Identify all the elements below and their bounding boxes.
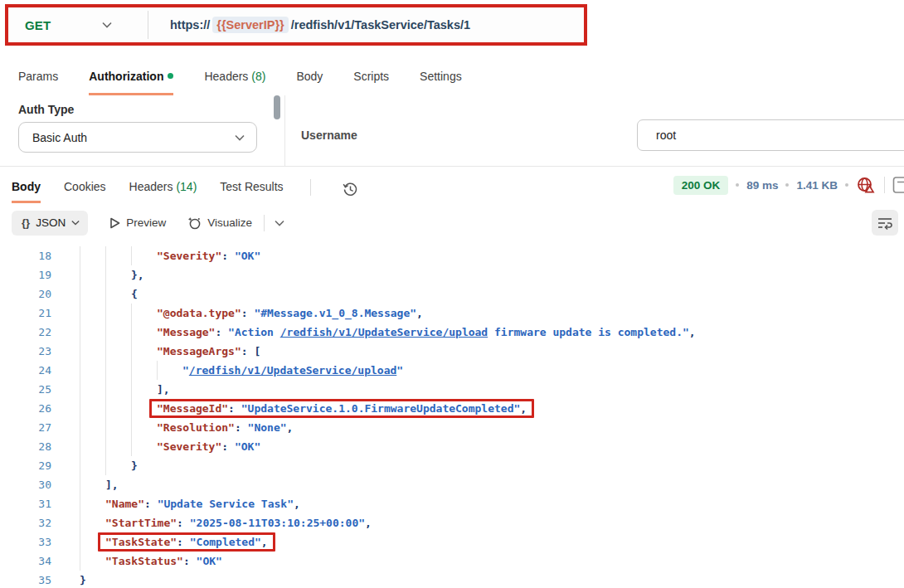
- json-key: "Name": [105, 498, 144, 510]
- meta-dot: [785, 183, 789, 187]
- tab-count: (8): [248, 70, 265, 83]
- json-punctuation: },: [131, 269, 144, 281]
- history-icon[interactable]: [343, 182, 358, 197]
- tab-settings[interactable]: Settings: [420, 70, 462, 95]
- visualize-icon: [187, 216, 202, 230]
- json-link[interactable]: /redfish/v1/UpdateService/upload: [189, 364, 396, 377]
- indent-guide: [131, 246, 132, 265]
- tab-params[interactable]: Params: [18, 70, 58, 95]
- indent-guide: [80, 246, 80, 265]
- tabs-divider: [310, 179, 311, 196]
- response-tab-body[interactable]: Body: [12, 180, 41, 203]
- code-text: "TaskStatus": "OK": [105, 552, 222, 571]
- indent-guide: [105, 284, 106, 304]
- indent-guide: [80, 494, 80, 513]
- indent-guide: [131, 418, 132, 437]
- indent-guide: [80, 532, 80, 552]
- visualize-button[interactable]: Visualize: [187, 216, 252, 230]
- code-line-22: 22"Message": "Action /redfish/v1/UpdateS…: [0, 323, 904, 342]
- json-string: "2025-08-11T03:10:25+00:00": [190, 517, 365, 529]
- code-line-30: 30],: [0, 475, 904, 494]
- url-input[interactable]: https://{{ServerIP}}/redfish/v1/TaskServ…: [148, 18, 470, 32]
- json-string: "#Message.v1_0_8.Message": [254, 307, 416, 319]
- code-text: "TaskState": "Completed",: [105, 532, 275, 552]
- json-link[interactable]: /redfish/v1/UpdateService/upload: [280, 326, 488, 338]
- json-punctuation: ],: [157, 383, 170, 396]
- json-key: "MessageArgs": [157, 345, 241, 357]
- tab-scripts[interactable]: Scripts: [353, 70, 389, 95]
- json-punctuation: :: [228, 402, 241, 415]
- json-string: "OK": [235, 250, 260, 262]
- json-string: "None": [248, 421, 287, 434]
- indent-guide: [131, 437, 132, 456]
- status-badge[interactable]: 200 OK: [673, 176, 729, 195]
- chevron-down-icon[interactable]: [275, 220, 284, 226]
- indent-guide: [157, 361, 158, 380]
- indent-guide: [105, 246, 106, 265]
- response-tab-cookies[interactable]: Cookies: [64, 180, 106, 203]
- json-string: "UpdateService.1.0.FirmwareUpdateComplet…: [241, 402, 521, 415]
- indent-guide: [105, 265, 106, 284]
- chevron-down-icon: [235, 134, 245, 141]
- json-punctuation: :: [221, 440, 235, 453]
- indent-guide: [105, 323, 106, 342]
- viewer-toolbar: {} JSON Preview Visualize: [0, 203, 904, 242]
- indent-guide: [131, 304, 132, 323]
- tab-body[interactable]: Body: [296, 70, 323, 95]
- indent-guide: [105, 437, 106, 456]
- tab-authorization[interactable]: Authorization: [89, 70, 173, 95]
- preview-button[interactable]: Preview: [109, 216, 166, 229]
- line-number: 27: [0, 418, 51, 437]
- save-response-icon[interactable]: [892, 175, 904, 195]
- code-text: }: [131, 456, 138, 475]
- indent-guide: [80, 323, 80, 342]
- response-time[interactable]: 89 ms: [746, 179, 778, 192]
- indent-guide: [105, 418, 106, 437]
- json-string: "Action: [228, 326, 280, 338]
- url-scheme: https://: [170, 18, 210, 32]
- indent-guide: [105, 456, 106, 475]
- indent-guide: [80, 437, 80, 456]
- scrollbar-thumb[interactable]: [274, 95, 280, 119]
- json-punctuation: :: [215, 326, 228, 338]
- indent-guide: [105, 304, 106, 323]
- json-key: "TaskState": [105, 536, 177, 548]
- indent-guide: [80, 418, 80, 437]
- indent-guide: [80, 284, 80, 304]
- format-value: JSON: [36, 216, 66, 229]
- json-punctuation: {: [131, 288, 138, 300]
- code-text: ],: [105, 475, 119, 494]
- url-variable-chip[interactable]: {{ServerIP}}: [212, 17, 288, 33]
- method-selector[interactable]: GET: [8, 18, 148, 32]
- indent-guide: [131, 380, 132, 399]
- line-number: 25: [0, 380, 51, 399]
- username-input[interactable]: root: [637, 119, 904, 151]
- response-tab-headers[interactable]: Headers (14): [129, 180, 197, 203]
- code-line-33: 33"TaskState": "Completed",: [0, 532, 904, 552]
- response-size[interactable]: 1.41 KB: [796, 179, 838, 192]
- code-text: "Message": "Action /redfish/v1/UpdateSer…: [157, 323, 696, 342]
- json-string: firmware update is completed.": [488, 326, 689, 338]
- ssl-warning-globe-icon[interactable]: [856, 176, 875, 195]
- wrap-text-button[interactable]: [872, 210, 898, 236]
- auth-type-select[interactable]: Basic Auth: [18, 122, 257, 153]
- username-value: root: [656, 129, 676, 142]
- response-body-json[interactable]: 18"Severity": "OK"19},20{21"@odata.type"…: [0, 242, 904, 588]
- json-punctuation: :: [177, 517, 190, 529]
- tab-count: (14): [173, 180, 197, 193]
- tab-headers[interactable]: Headers (8): [204, 70, 265, 95]
- indent-guide: [105, 399, 106, 418]
- code-line-29: 29}: [0, 456, 904, 475]
- indent-guide: [131, 342, 132, 361]
- json-key: "MessageId": [157, 402, 228, 415]
- json-punctuation: }: [131, 459, 138, 472]
- line-number: 22: [0, 323, 51, 342]
- json-key: "Message": [157, 326, 215, 338]
- format-select[interactable]: {} JSON: [12, 211, 88, 236]
- response-tab-test-results[interactable]: Test Results: [220, 180, 283, 203]
- indent-guide: [105, 361, 106, 380]
- json-punctuation: :: [221, 250, 235, 262]
- code-text: "/redfish/v1/UpdateService/upload": [182, 361, 403, 380]
- line-number: 28: [0, 437, 51, 456]
- code-line-24: 24"/redfish/v1/UpdateService/upload": [0, 361, 904, 380]
